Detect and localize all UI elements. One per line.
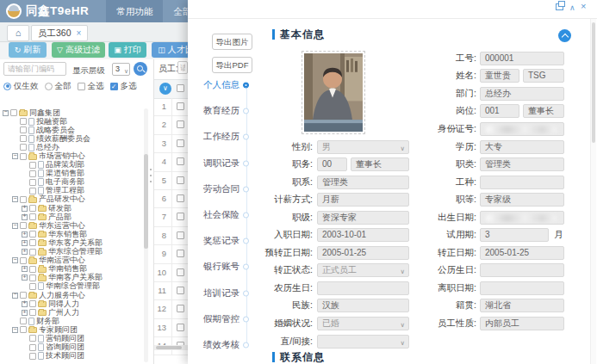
print-button[interactable]: ▣打印 bbox=[109, 42, 146, 58]
tree-node-checkbox[interactable] bbox=[29, 188, 36, 194]
tree-toggle-icon[interactable] bbox=[22, 231, 28, 238]
row-checkbox[interactable] bbox=[177, 287, 184, 294]
detail-nav-item[interactable]: 劳动合同 bbox=[188, 176, 250, 202]
duty-code-field[interactable]: 00 bbox=[317, 157, 347, 171]
regular-date-field[interactable]: 2005-01-25 bbox=[480, 246, 564, 260]
tree-node-checkbox[interactable] bbox=[20, 292, 27, 299]
row-checkbox[interactable] bbox=[177, 213, 184, 220]
detail-nav-item[interactable]: 工作经历 bbox=[188, 124, 250, 150]
work-type-field[interactable] bbox=[480, 176, 564, 189]
job-grade-field[interactable]: 专家级 bbox=[480, 193, 564, 207]
tree-node-checkbox[interactable] bbox=[29, 179, 36, 186]
tree-toggle-icon[interactable] bbox=[12, 223, 18, 229]
detail-nav-item[interactable]: 假期管控 bbox=[188, 306, 250, 332]
employee-row[interactable]: 1 bbox=[154, 98, 189, 116]
row-checkbox[interactable] bbox=[177, 176, 184, 184]
name-field[interactable]: 童世贵 bbox=[480, 69, 519, 83]
row-checkbox[interactable] bbox=[177, 194, 184, 202]
hire-date-field[interactable]: 2003-10-01 bbox=[317, 228, 409, 242]
section-collapse-button[interactable] bbox=[558, 29, 571, 42]
tree-node-checkbox[interactable] bbox=[20, 144, 27, 151]
tree-node[interactable]: 广州人力 bbox=[3, 308, 142, 317]
detail-nav-item[interactable]: 奖惩记录 bbox=[188, 228, 250, 254]
all-radio[interactable] bbox=[45, 83, 53, 90]
pre-regular-date-field[interactable]: 2005-01-25 bbox=[317, 246, 409, 260]
tree-node-checkbox[interactable] bbox=[29, 239, 36, 246]
tree-node-checkbox[interactable] bbox=[29, 275, 36, 281]
employee-row[interactable]: 12 bbox=[154, 300, 189, 318]
tree-node[interactable]: 研发部 bbox=[3, 204, 142, 213]
home-tab[interactable]: ⌂ bbox=[7, 25, 29, 41]
tree-node-checkbox[interactable] bbox=[20, 126, 27, 133]
tree-toggle-icon[interactable] bbox=[12, 257, 18, 263]
window-restore-icon[interactable] bbox=[556, 3, 563, 10]
tree-node-checkbox[interactable] bbox=[29, 170, 36, 177]
employee-row[interactable]: 13 bbox=[154, 319, 189, 337]
tree-node-checkbox[interactable] bbox=[29, 353, 36, 360]
refresh-button[interactable]: ↻刷新 bbox=[9, 42, 47, 58]
regular-status-select[interactable]: 正式员工 bbox=[317, 263, 409, 277]
tree-node-checkbox[interactable] bbox=[20, 196, 27, 203]
emp-no-field[interactable]: 000001 bbox=[480, 52, 564, 65]
tree-node-checkbox[interactable] bbox=[29, 231, 36, 238]
detail-nav-item[interactable]: 社会保险 bbox=[188, 202, 250, 228]
tree-node-checkbox[interactable] bbox=[29, 162, 36, 169]
native-place-field[interactable]: 湖北省 bbox=[480, 299, 564, 312]
grid-hscrollbar[interactable] bbox=[154, 345, 189, 350]
row-checkbox[interactable] bbox=[177, 157, 184, 165]
tree-node[interactable]: 同鑫集团 bbox=[3, 108, 142, 117]
tree-node-checkbox[interactable] bbox=[29, 344, 36, 351]
tree-toggle-icon[interactable] bbox=[12, 153, 18, 159]
employee-row[interactable]: 9 bbox=[154, 245, 189, 263]
probation-field[interactable]: 3 bbox=[480, 228, 549, 242]
tree-node-checkbox[interactable] bbox=[20, 222, 27, 229]
tree-node-checkbox[interactable] bbox=[29, 309, 36, 316]
tree-toggle-icon[interactable] bbox=[22, 240, 28, 246]
job-level-field[interactable]: 资深专家 bbox=[317, 211, 409, 225]
pay-method-field[interactable]: 月薪 bbox=[317, 193, 409, 207]
row-checkbox[interactable] bbox=[177, 324, 184, 331]
tab-close-icon[interactable]: × bbox=[77, 28, 82, 38]
tree-node-checkbox[interactable] bbox=[29, 335, 36, 342]
tree-toggle-icon[interactable] bbox=[22, 214, 28, 220]
detail-nav-item[interactable]: 绩效考核 bbox=[188, 332, 250, 358]
grid-hscrollbar-thumb[interactable] bbox=[156, 346, 182, 349]
department-field[interactable]: 总经办 bbox=[480, 87, 564, 101]
employee-row[interactable]: 7 bbox=[154, 208, 189, 226]
position-code-field[interactable]: 001 bbox=[480, 104, 519, 118]
employee-row[interactable]: 2 bbox=[154, 116, 189, 134]
tree-toggle-icon[interactable] bbox=[22, 206, 28, 212]
dept-code-search-input[interactable] bbox=[3, 62, 66, 76]
tree-node-checkbox[interactable] bbox=[20, 153, 27, 160]
ethnicity-field[interactable]: 汉族 bbox=[317, 299, 409, 312]
row-checkbox[interactable] bbox=[177, 102, 184, 110]
display-level-select[interactable]: 3 bbox=[112, 63, 130, 76]
row-checkbox[interactable] bbox=[177, 120, 184, 128]
window-collapse-icon[interactable]: ∧ bbox=[569, 3, 575, 12]
tree-node-checkbox[interactable] bbox=[10, 109, 17, 116]
drawer-scrollbar-thumb[interactable] bbox=[592, 22, 595, 143]
grid-select-all-checkbox[interactable] bbox=[177, 84, 184, 92]
tree-toggle-icon[interactable] bbox=[22, 301, 28, 307]
quick-search-button[interactable] bbox=[134, 62, 147, 76]
row-checkbox[interactable] bbox=[177, 139, 184, 147]
tree-node[interactable]: 产品研发中心 bbox=[3, 195, 142, 204]
tree-node-checkbox[interactable] bbox=[20, 326, 27, 333]
export-pdf-button[interactable]: 导出PDF bbox=[212, 57, 252, 73]
detail-nav-item[interactable]: 调职记录 bbox=[188, 151, 250, 176]
employee-row[interactable]: 5 bbox=[154, 172, 189, 190]
tree-node-checkbox[interactable] bbox=[20, 118, 27, 125]
detail-nav-item[interactable]: 教育经历 bbox=[188, 98, 250, 124]
row-checkbox[interactable] bbox=[177, 268, 184, 276]
row-checkbox[interactable] bbox=[177, 305, 184, 312]
export-image-button[interactable]: 导出图片 bbox=[212, 34, 252, 50]
tree-node-checkbox[interactable] bbox=[29, 213, 36, 220]
marital-status-select[interactable]: 已婚 bbox=[317, 317, 409, 330]
employee-row[interactable]: 6 bbox=[154, 190, 189, 208]
tree-toggle-icon[interactable] bbox=[12, 196, 18, 202]
tree-toggle-icon[interactable] bbox=[22, 310, 28, 316]
row-checkbox[interactable] bbox=[177, 250, 184, 257]
resign-date-field[interactable] bbox=[480, 281, 564, 295]
select-all-checkbox[interactable] bbox=[78, 83, 85, 90]
employee-row[interactable]: 3 bbox=[154, 135, 189, 153]
